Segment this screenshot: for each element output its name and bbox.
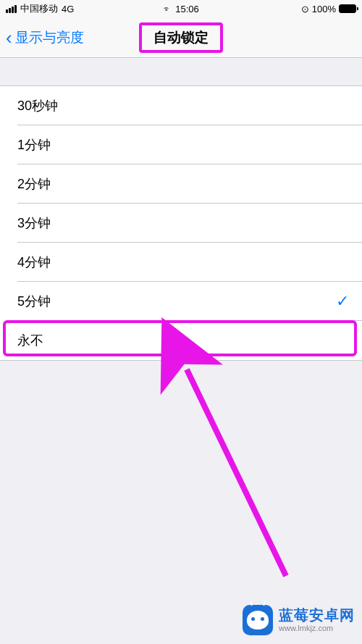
option-label: 4分钟 (17, 254, 51, 271)
time-label: 15:06 (175, 4, 199, 14)
option-label: 30秒钟 (17, 97, 58, 114)
network-label: 4G (62, 4, 74, 14)
signal-icon (6, 5, 17, 13)
autolock-options-list: 30秒钟 1分钟 2分钟 3分钟 4分钟 5分钟 ✓ 永不 (0, 85, 362, 361)
option-4m[interactable]: 4分钟 (0, 243, 362, 282)
nav-bar: ‹ 显示与亮度 自动锁定 (0, 17, 362, 58)
chevron-left-icon: ‹ (6, 28, 12, 47)
back-label: 显示与亮度 (15, 28, 84, 47)
status-center: ᯤ 15:06 (163, 4, 199, 14)
back-button[interactable]: ‹ 显示与亮度 (0, 28, 84, 47)
option-label: 1分钟 (17, 136, 51, 154)
checkmark-icon: ✓ (336, 292, 349, 311)
rotation-lock-icon: ⊙ (301, 4, 309, 14)
option-1m[interactable]: 1分钟 (0, 125, 362, 164)
hotspot-icon: ᯤ (163, 4, 172, 14)
battery-pct: 100% (312, 4, 336, 14)
section-spacer (0, 58, 362, 85)
option-label: 永不 (17, 332, 43, 349)
battery-icon (339, 4, 356, 13)
page-title: 自动锁定 (139, 22, 223, 53)
option-5m[interactable]: 5分钟 ✓ (0, 282, 362, 321)
carrier-label: 中国移动 (20, 2, 58, 15)
option-30s[interactable]: 30秒钟 (0, 86, 362, 125)
watermark-title: 蓝莓安卓网 (279, 606, 355, 624)
watermark: 蓝莓安卓网 www.lmkjz.com (243, 605, 355, 635)
watermark-url: www.lmkjz.com (279, 624, 355, 633)
status-left: 中国移动 4G (6, 2, 74, 15)
status-bar: 中国移动 4G ᯤ 15:06 ⊙ 100% (0, 0, 362, 17)
watermark-text: 蓝莓安卓网 www.lmkjz.com (279, 606, 355, 633)
option-3m[interactable]: 3分钟 (0, 204, 362, 243)
option-never[interactable]: 永不 (0, 321, 362, 360)
option-label: 3分钟 (17, 214, 51, 232)
watermark-logo-icon (243, 605, 273, 635)
option-label: 2分钟 (17, 175, 51, 193)
option-2m[interactable]: 2分钟 (0, 164, 362, 204)
status-right: ⊙ 100% (301, 4, 356, 14)
option-label: 5分钟 (17, 293, 51, 310)
svg-line-0 (187, 369, 286, 576)
